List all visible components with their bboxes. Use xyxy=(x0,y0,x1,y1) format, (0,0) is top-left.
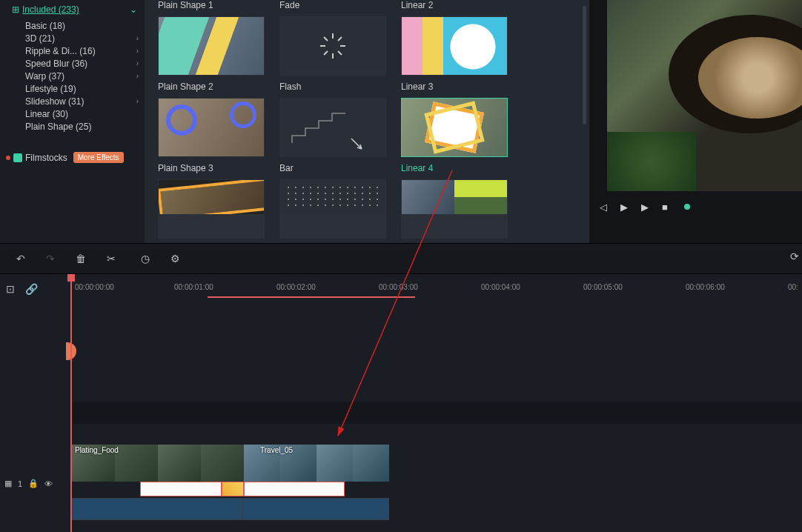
thumb-flash[interactable] xyxy=(279,16,386,76)
category-item-3d[interactable]: 3D (21)› xyxy=(0,32,145,44)
svg-line-6 xyxy=(338,37,342,41)
svg-line-4 xyxy=(324,37,328,41)
timeline-toolbar: ↶ ↷ 🗑 ✂ ◷ ⚙ xyxy=(0,243,802,274)
thumb-label: Plain Shape 1 xyxy=(158,0,265,10)
settings-button[interactable]: ⚙ xyxy=(170,253,180,265)
tick: 00:00:03:00 xyxy=(379,283,418,291)
visibility-icon[interactable]: 👁 xyxy=(44,479,53,488)
tick: 00:00:01:00 xyxy=(174,283,213,291)
record-indicator-icon xyxy=(684,204,690,210)
transition-right[interactable] xyxy=(244,482,345,496)
thumb-label: Plain Shape 3 xyxy=(158,163,265,173)
audio-clip-2[interactable] xyxy=(242,498,389,520)
track-count: 1 xyxy=(18,479,22,488)
filmstocks-link[interactable]: Filmstocks More Effects xyxy=(0,146,145,169)
gallery-scrollbar[interactable] xyxy=(583,6,586,124)
category-item-ripple[interactable]: Ripple & Di... (16)› xyxy=(0,44,145,57)
category-item-warp[interactable]: Warp (37)› xyxy=(0,70,145,82)
category-header-included[interactable]: ⊞ Included (233) ⌄ xyxy=(0,3,145,19)
thumb-label: Linear 3 xyxy=(401,82,508,92)
duration-button[interactable]: ◷ xyxy=(141,253,150,265)
filmstocks-label: Filmstocks xyxy=(25,153,67,163)
category-item-basic[interactable]: Basic (18) xyxy=(0,19,145,32)
tick: 00:00:05:00 xyxy=(583,283,623,291)
track-spacer xyxy=(70,402,802,424)
tick: 00:00:00:00 xyxy=(75,283,114,291)
chevron-right-icon: › xyxy=(136,47,139,55)
stop-button[interactable]: ■ xyxy=(662,202,668,213)
thumb-label: Plain Shape 2 xyxy=(158,82,265,92)
tick: 00:00:02:00 xyxy=(276,283,316,291)
transition-left[interactable] xyxy=(140,482,222,496)
playhead[interactable] xyxy=(70,274,72,532)
category-item-lifestyle[interactable]: Lifestyle (19) xyxy=(0,82,145,95)
thumb-label: Flash xyxy=(279,82,386,92)
chevron-down-icon: ⌄ xyxy=(130,4,137,15)
svg-line-5 xyxy=(338,51,342,55)
redo-button[interactable]: ↷ xyxy=(46,253,55,265)
next-frame-button[interactable]: ▶ xyxy=(641,202,649,213)
thumb-plain-shape-3[interactable] xyxy=(158,98,265,157)
thumb-linear-5[interactable] xyxy=(401,179,508,239)
more-effects-button[interactable]: More Effects xyxy=(73,152,124,163)
filmstocks-icon xyxy=(13,153,22,162)
category-item-linear[interactable]: Linear (30) xyxy=(0,107,145,120)
thumb-label: Fade xyxy=(279,0,386,10)
thumb-bar[interactable] xyxy=(279,98,386,157)
notification-dot-icon xyxy=(6,156,10,160)
prev-frame-button[interactable]: ◁ xyxy=(600,202,607,213)
thumb-label: Linear 2 xyxy=(401,0,508,10)
thumb-linear-3[interactable] xyxy=(401,16,508,76)
thumb-label: Bar xyxy=(279,163,386,173)
category-item-slideshow[interactable]: Slideshow (31)› xyxy=(0,95,145,107)
snap-button[interactable]: ⊡ xyxy=(6,283,15,295)
link-button[interactable]: 🔗 xyxy=(25,283,38,295)
thumb-plain-shape-2[interactable] xyxy=(158,16,265,76)
thumb-plain-shape-5[interactable] xyxy=(158,179,265,239)
chevron-right-icon: › xyxy=(136,72,139,80)
category-sidebar: ⊞ Included (233) ⌄ Basic (18) 3D (21)› R… xyxy=(0,0,145,243)
lock-icon[interactable]: 🔒 xyxy=(28,479,39,488)
category-header-label: Included (233) xyxy=(22,4,130,15)
timeline: ⊡ 🔗 ▦ 1 🔒 👁 00:00:00:00 00:00:01:00 00:0… xyxy=(0,274,802,532)
clip-label: Travel_05 xyxy=(260,446,293,454)
svg-line-7 xyxy=(324,51,328,55)
thumb-dots[interactable] xyxy=(279,179,386,239)
undo-button[interactable]: ↶ xyxy=(16,253,25,265)
render-button[interactable]: ⟳ xyxy=(790,250,799,262)
chevron-right-icon: › xyxy=(136,34,139,42)
chevron-right-icon: › xyxy=(136,59,139,67)
audio-clip-1[interactable] xyxy=(72,498,242,520)
tick: 00:00:04:00 xyxy=(481,283,520,291)
tick: 00: xyxy=(788,283,798,291)
grid-icon: ⊞ xyxy=(12,4,19,15)
time-ruler[interactable]: 00:00:00:00 00:00:01:00 00:00:02:00 00:0… xyxy=(70,274,802,298)
preview-panel: ◁ ▶ ▶ ■ xyxy=(589,0,802,243)
split-button[interactable]: ✂ xyxy=(107,253,116,265)
clip-label: Plating_Food xyxy=(75,446,119,454)
delete-button[interactable]: 🗑 xyxy=(76,253,86,265)
category-item-speedblur[interactable]: Speed Blur (36)› xyxy=(0,57,145,70)
effects-gallery: Plain Shape 1 Fade Linear 2 Plain Shape … xyxy=(145,0,589,243)
tick: 00:00:06:00 xyxy=(686,283,725,291)
transition-thumb[interactable] xyxy=(222,482,244,496)
video-clip-2[interactable]: Travel_05 xyxy=(244,445,389,482)
video-clip-1[interactable]: Plating_Food xyxy=(72,445,244,482)
track-layers-icon: ▦ xyxy=(4,479,12,488)
thumb-linear-4[interactable] xyxy=(401,98,508,157)
category-item-plainshape[interactable]: Plain Shape (25) xyxy=(0,120,145,133)
play-button[interactable]: ▶ xyxy=(620,202,628,213)
preview-video xyxy=(607,0,802,191)
chevron-right-icon: › xyxy=(136,97,139,105)
thumb-label: Linear 4 xyxy=(401,163,508,173)
